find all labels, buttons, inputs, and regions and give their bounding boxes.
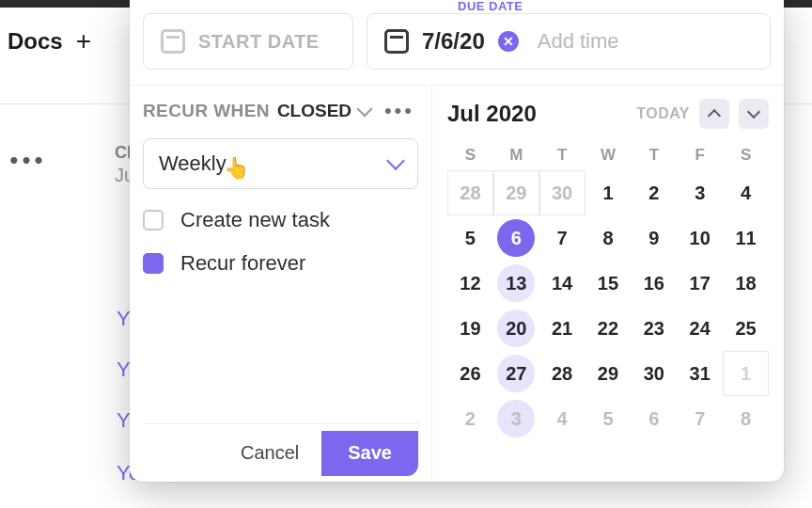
calendar-day[interactable]: 12 — [447, 261, 493, 306]
calendar-day[interactable]: 14 — [539, 261, 586, 306]
calendar-day[interactable]: 29 — [493, 170, 539, 215]
next-month-button[interactable] — [739, 99, 769, 129]
calendar-day[interactable]: 28 — [539, 351, 586, 396]
calendar-day[interactable]: 29 — [586, 351, 632, 396]
view-docs[interactable]: Docs — [8, 28, 63, 55]
calendar-day[interactable]: 1 — [586, 170, 632, 215]
clear-due-date-button[interactable]: ✕ — [498, 31, 519, 52]
calendar-day[interactable]: 5 — [586, 396, 632, 441]
calendar-day[interactable]: 1 — [723, 351, 769, 396]
chevron-up-icon — [708, 109, 721, 122]
date-bar: START DATE DUE DATE 7/6/20 ✕ Add time — [130, 0, 784, 75]
recur-more-button[interactable]: ••• — [384, 99, 418, 123]
calendar-day[interactable]: 20 — [493, 306, 539, 351]
calendar-day[interactable]: 5 — [447, 215, 493, 261]
calendar-day[interactable]: 11 — [723, 215, 769, 261]
dow-cell: T — [631, 146, 677, 165]
start-date-field[interactable]: START DATE — [143, 13, 353, 70]
due-date-value: 7/6/20 — [422, 28, 485, 55]
calendar-day[interactable]: 30 — [631, 351, 677, 396]
cancel-button[interactable]: Cancel — [220, 431, 320, 476]
calendar-day[interactable]: 7 — [539, 215, 586, 261]
calendar-day[interactable]: 7 — [677, 396, 723, 441]
calendar-day[interactable]: 21 — [539, 306, 586, 351]
calendar-day[interactable]: 16 — [631, 261, 677, 306]
month-label: Jul 2020 — [447, 101, 537, 127]
cursor-icon: 👆 — [224, 156, 249, 181]
calendar-day[interactable]: 26 — [447, 351, 493, 396]
create-new-task-option[interactable]: Create new task — [143, 208, 418, 232]
chevron-down-icon[interactable] — [357, 102, 373, 118]
recur-frequency-value: Weekly — [159, 151, 226, 176]
calendar-day[interactable]: 6 — [631, 396, 677, 441]
calendar-day[interactable]: 10 — [677, 215, 723, 261]
footer: Cancel Save — [143, 423, 418, 482]
recur-trigger-select[interactable]: CLOSED — [277, 101, 351, 121]
calendar-day[interactable]: 13 — [493, 261, 539, 306]
checkbox-checked[interactable] — [143, 253, 164, 274]
calendar-day[interactable]: 22 — [586, 306, 632, 351]
chevron-down-icon — [747, 105, 760, 119]
dow-cell: M — [493, 146, 539, 165]
calendar-day[interactable]: 17 — [677, 261, 723, 306]
calendar-day[interactable]: 2 — [631, 170, 677, 215]
calendar-panel: Jul 2020 TODAY SMTWTFS 28293012345678910… — [432, 86, 784, 482]
calendar-day[interactable]: 4 — [539, 396, 586, 441]
due-date-field[interactable]: DUE DATE 7/6/20 ✕ Add time — [367, 13, 771, 70]
save-button[interactable]: Save — [321, 431, 418, 476]
calendar-day[interactable]: 9 — [631, 215, 677, 261]
calendar-day[interactable]: 19 — [447, 306, 493, 351]
calendar-day[interactable]: 27 — [493, 351, 539, 396]
dow-cell: T — [539, 146, 586, 165]
calendar-day[interactable]: 24 — [677, 306, 723, 351]
recur-frequency-select[interactable]: Weekly — [143, 138, 418, 189]
chevron-down-icon — [386, 151, 405, 170]
calendar-day[interactable]: 6 — [493, 215, 539, 261]
calendar-icon — [384, 29, 409, 54]
add-view-button[interactable]: + — [76, 26, 91, 56]
create-new-task-label: Create new task — [180, 208, 330, 232]
recur-forever-option[interactable]: Recur forever — [143, 251, 418, 276]
calendar-day[interactable]: 3 — [677, 170, 723, 215]
day-of-week-header: SMTWTFS — [447, 146, 769, 165]
today-button[interactable]: TODAY — [636, 105, 690, 122]
dow-cell: S — [447, 146, 493, 165]
start-date-placeholder: START DATE — [198, 31, 320, 53]
calendar-day[interactable]: 8 — [723, 396, 769, 441]
calendar-day[interactable]: 25 — [723, 306, 769, 351]
prev-month-button[interactable] — [699, 99, 729, 129]
checkbox-unchecked[interactable] — [143, 210, 164, 230]
recur-when-label: RECUR WHEN — [143, 101, 270, 121]
calendar-day[interactable]: 2 — [447, 396, 493, 441]
recur-forever-label: Recur forever — [180, 251, 305, 276]
calendar-icon — [161, 29, 185, 54]
calendar-day[interactable]: 18 — [723, 261, 769, 306]
recurrence-panel: RECUR WHEN CLOSED ••• Weekly 👆 Create ne… — [130, 86, 432, 482]
dow-cell: S — [723, 146, 769, 165]
dow-cell: W — [586, 146, 632, 165]
calendar-day[interactable]: 8 — [586, 215, 632, 261]
due-date-label: DUE DATE — [458, 0, 523, 13]
calendar-day[interactable]: 28 — [447, 170, 493, 215]
calendar-grid: 2829301234567891011121314151617181920212… — [447, 170, 769, 441]
calendar-day[interactable]: 4 — [723, 170, 769, 215]
more-icon[interactable]: ••• — [0, 146, 56, 175]
calendar-day[interactable]: 23 — [631, 306, 677, 351]
calendar-day[interactable]: 31 — [677, 351, 723, 396]
calendar-day[interactable]: 3 — [493, 396, 539, 441]
add-time-button[interactable]: Add time — [538, 29, 619, 54]
date-picker-modal: START DATE DUE DATE 7/6/20 ✕ Add time RE… — [130, 0, 784, 482]
calendar-day[interactable]: 15 — [586, 261, 632, 306]
dow-cell: F — [677, 146, 723, 165]
calendar-day[interactable]: 30 — [539, 170, 586, 215]
